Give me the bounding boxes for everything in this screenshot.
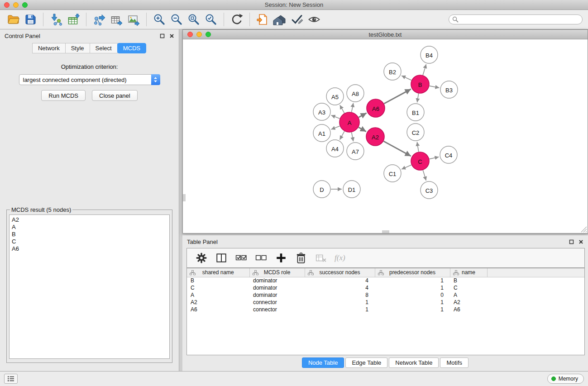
table-cell[interactable]: A — [187, 291, 249, 299]
export-image-icon[interactable] — [125, 11, 142, 28]
graph-node-C1[interactable]: C1 — [384, 165, 401, 182]
column-header-name[interactable]: name — [450, 268, 487, 277]
close-window-button[interactable] — [4, 2, 10, 8]
trash-icon[interactable] — [293, 250, 309, 266]
table-cell[interactable]: dominator — [249, 291, 305, 299]
table-cell[interactable]: C — [187, 284, 249, 291]
zoom-selected-icon[interactable] — [202, 11, 220, 28]
table-cell[interactable]: A6 — [187, 306, 249, 313]
control-tab-style[interactable]: Style — [65, 43, 90, 53]
graph-node-D[interactable]: D — [313, 181, 330, 198]
graph-edge-C-C1[interactable] — [402, 165, 411, 170]
table-cell[interactable]: 1 — [375, 277, 450, 284]
save-session-icon[interactable] — [22, 11, 39, 28]
graph-edge-A-A2[interactable] — [359, 127, 366, 131]
graph-node-A8[interactable]: A8 — [347, 85, 364, 102]
graph-edge-A-A6[interactable] — [359, 113, 366, 117]
mcds-result-list[interactable]: A2ABCA6 — [9, 214, 170, 359]
import-network-file-icon[interactable] — [48, 11, 65, 28]
column-header-predecessor-nodes[interactable]: predecessor nodes — [375, 268, 450, 277]
graph-node-B1[interactable]: B1 — [407, 104, 424, 121]
import-table-file-icon[interactable] — [65, 11, 82, 28]
control-tab-select[interactable]: Select — [90, 43, 118, 53]
graph-node-A4[interactable]: A4 — [326, 140, 344, 157]
table-cell[interactable]: A2 — [450, 299, 487, 306]
close-panel-icon[interactable] — [169, 33, 174, 38]
graph-node-C[interactable]: C — [411, 152, 429, 170]
graph-edge-C-C4[interactable] — [430, 157, 439, 159]
table-cell[interactable]: B — [450, 277, 487, 284]
table-cell[interactable]: 1 — [375, 299, 450, 306]
graph-node-C3[interactable]: C3 — [421, 181, 438, 199]
zoom-fit-icon[interactable] — [185, 11, 202, 28]
fullscreen-window-button[interactable] — [22, 2, 28, 8]
table-row[interactable]: A6connector11A6 — [187, 306, 584, 313]
graph-edge-C-C3[interactable] — [423, 170, 426, 181]
table-cell[interactable]: connector — [249, 299, 305, 306]
zoom-out-icon[interactable] — [168, 11, 185, 28]
graph-edge-A-A4[interactable] — [340, 131, 344, 140]
zoom-in-icon[interactable] — [151, 11, 168, 28]
graph-edge-C-C2[interactable] — [417, 142, 418, 152]
control-tab-network[interactable]: Network — [32, 43, 66, 53]
network-graph[interactable]: B4B2BB3A8A5A6A3B1AC2A1A2A4A7C4CC1C3DD1 — [183, 39, 588, 233]
graph-edge-A2-C[interactable] — [383, 141, 411, 156]
close-panel-button[interactable]: Close panel — [92, 90, 138, 101]
mcds-result-item[interactable]: A — [10, 224, 168, 231]
column-header-shared-name[interactable]: shared name — [187, 268, 249, 277]
column-header-MCDS-role[interactable]: MCDS role — [249, 268, 305, 277]
optimization-criterion-select[interactable]: largest connected component (directed) — [19, 74, 160, 85]
eye-icon[interactable] — [306, 11, 323, 28]
close-table-panel-icon[interactable] — [578, 239, 583, 244]
graph-edge-A-A8[interactable] — [352, 103, 354, 112]
table-cell[interactable]: dominator — [249, 284, 305, 291]
graph-edge-B-B1[interactable] — [417, 94, 419, 103]
table-cell[interactable]: 1 — [305, 306, 375, 313]
export-network-icon[interactable] — [91, 11, 108, 28]
graph-node-A[interactable]: A — [339, 112, 359, 132]
graph-edge-A-A7[interactable] — [352, 133, 354, 142]
mcds-result-item[interactable]: A2 — [10, 216, 168, 224]
table-cell[interactable]: A2 — [187, 299, 249, 306]
graph-node-A1[interactable]: A1 — [313, 124, 330, 142]
table-cell[interactable]: A6 — [450, 306, 487, 313]
run-mcds-button[interactable]: Run MCDS — [41, 90, 86, 101]
graph-node-C4[interactable]: C4 — [440, 146, 457, 163]
table-cell[interactable]: B — [187, 277, 249, 284]
graph-node-A3[interactable]: A3 — [313, 103, 330, 120]
table-cell[interactable]: A — [450, 291, 487, 299]
pen-check-icon[interactable] — [288, 11, 306, 28]
graph-edge-B-B2[interactable] — [402, 76, 411, 80]
mcds-result-item[interactable]: C — [10, 238, 168, 245]
function-builder-icon[interactable]: f(x) — [333, 253, 345, 262]
open-document-icon[interactable] — [254, 11, 271, 28]
column-header-successor-nodes[interactable]: successor nodes — [305, 268, 375, 277]
table-tab-network-table[interactable]: Network Table — [389, 357, 439, 368]
table-cell[interactable]: 1 — [375, 284, 450, 291]
clear-table-icon[interactable] — [313, 250, 329, 266]
graph-node-B4[interactable]: B4 — [421, 46, 438, 63]
table-row[interactable]: A2connector11A2 — [187, 299, 584, 306]
graph-node-B2[interactable]: B2 — [384, 63, 401, 80]
memory-button[interactable]: Memory — [547, 374, 584, 384]
minimize-window-button[interactable] — [13, 2, 19, 8]
home-icon[interactable] — [271, 11, 288, 28]
control-tab-mcds[interactable]: MCDS — [117, 43, 146, 53]
graph-edge-A-A1[interactable] — [331, 126, 340, 129]
graph-edge-B-B3[interactable] — [430, 86, 440, 88]
table-cell[interactable]: C — [450, 284, 487, 291]
table-tab-motifs[interactable]: Motifs — [440, 357, 468, 368]
table-cell[interactable]: 8 — [305, 291, 375, 299]
deselect-all-icon[interactable] — [253, 250, 269, 266]
graph-node-A6[interactable]: A6 — [367, 99, 385, 117]
graph-node-C2[interactable]: C2 — [407, 124, 424, 141]
graph-edge-A-A3[interactable] — [331, 115, 340, 119]
table-tab-node-table[interactable]: Node Table — [302, 357, 344, 368]
gear-icon[interactable] — [193, 250, 210, 266]
graph-node-A5[interactable]: A5 — [326, 88, 344, 105]
table-row[interactable]: Adominator80A — [187, 291, 584, 299]
table-cell[interactable]: 0 — [375, 291, 450, 299]
float-table-panel-icon[interactable] — [569, 239, 574, 244]
network-canvas[interactable]: B4B2BB3A8A5A6A3B1AC2A1A2A4A7C4CC1C3DD1 — [183, 39, 588, 233]
table-row[interactable]: Bdominator41B — [187, 277, 584, 284]
